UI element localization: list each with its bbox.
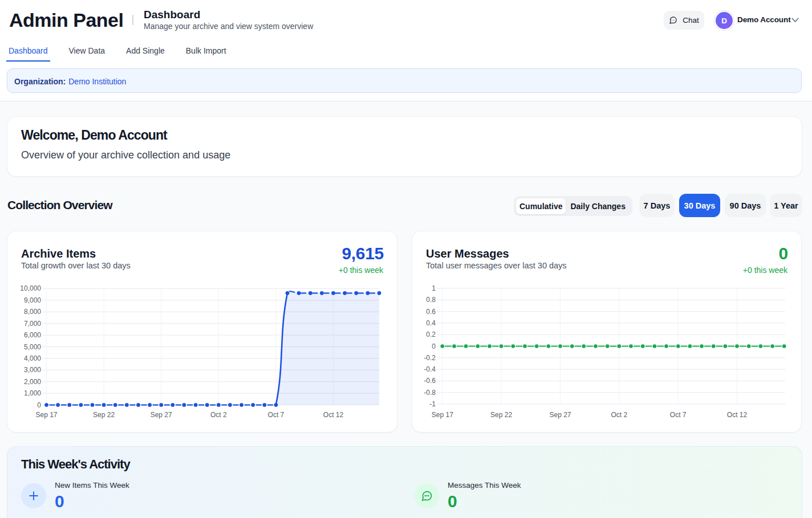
svg-text:Oct 2: Oct 2 (210, 411, 227, 419)
svg-text:0.8: 0.8 (426, 296, 436, 304)
svg-text:-0.2: -0.2 (424, 354, 436, 362)
svg-text:Sep 27: Sep 27 (151, 411, 172, 419)
svg-text:Sep 22: Sep 22 (490, 411, 512, 419)
svg-text:0.2: 0.2 (426, 331, 436, 338)
svg-text:8,000: 8,000 (24, 308, 41, 316)
svg-text:0.4: 0.4 (426, 319, 436, 327)
svg-text:Sep 22: Sep 22 (93, 411, 115, 419)
svg-text:Oct 2: Oct 2 (611, 411, 627, 419)
svg-text:5,000: 5,000 (24, 343, 41, 351)
svg-text:Oct 12: Oct 12 (323, 411, 344, 419)
svg-text:Oct 7: Oct 7 (670, 411, 687, 419)
svg-text:Oct 12: Oct 12 (727, 411, 748, 419)
svg-text:0.6: 0.6 (426, 308, 436, 316)
svg-text:Sep 27: Sep 27 (549, 411, 571, 419)
svg-text:Oct 7: Oct 7 (268, 411, 285, 419)
svg-text:4,000: 4,000 (24, 354, 41, 362)
svg-text:-0.4: -0.4 (424, 365, 436, 373)
svg-text:9,000: 9,000 (24, 296, 41, 304)
svg-text:-1: -1 (429, 400, 436, 408)
svg-text:0: 0 (37, 401, 41, 409)
svg-text:7,000: 7,000 (24, 320, 41, 328)
svg-text:2,000: 2,000 (24, 378, 41, 386)
svg-text:-0.6: -0.6 (424, 377, 436, 385)
svg-text:6,000: 6,000 (24, 331, 41, 339)
svg-text:Sep 17: Sep 17 (432, 411, 453, 419)
svg-text:0: 0 (432, 342, 436, 350)
svg-text:-0.8: -0.8 (424, 389, 436, 397)
svg-text:3,000: 3,000 (24, 366, 41, 374)
svg-text:1: 1 (432, 284, 436, 292)
svg-text:Sep 17: Sep 17 (35, 411, 57, 419)
svg-text:1,000: 1,000 (24, 389, 41, 397)
svg-text:10,000: 10,000 (20, 284, 41, 292)
